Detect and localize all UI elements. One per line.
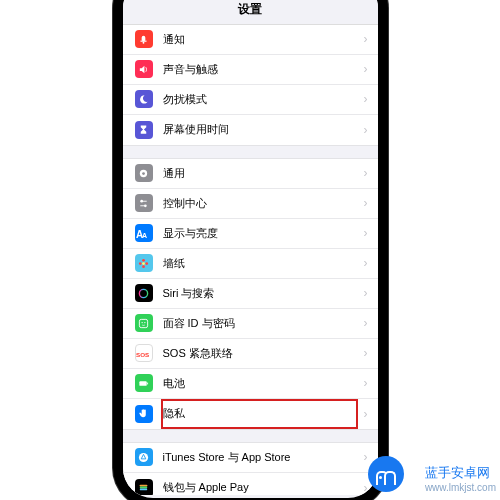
svg-point-26 [144,321,145,322]
row-label: 勿扰模式 [163,92,358,107]
highlight-box [161,399,358,429]
settings-row[interactable]: 隐私› [123,399,378,429]
settings-row[interactable]: 勿扰模式› [123,85,378,115]
svg-point-25 [141,321,142,322]
svg-point-14 [144,204,147,207]
faceid-icon [135,314,153,332]
svg-point-18 [142,262,145,265]
chevron-right-icon: › [364,256,368,270]
settings-row[interactable]: 通用› [123,159,378,189]
chevron-right-icon: › [364,92,368,106]
chevron-right-icon: › [364,226,368,240]
row-label: 通知 [163,32,358,47]
svg-rect-33 [140,488,147,490]
svg-point-12 [140,199,143,202]
settings-row[interactable]: 声音与触感› [123,55,378,85]
sound-icon [135,60,153,78]
flower-icon [135,254,153,272]
wallet-icon [135,479,153,495]
watermark: 蓝手安卓网 www.lmkjst.com [425,465,496,494]
moon-icon [135,90,153,108]
watermark-title: 蓝手安卓网 [425,465,490,480]
siri-icon [135,284,153,302]
svg-rect-32 [140,487,147,489]
row-label: 钱包与 Apple Pay [163,480,358,495]
row-label: 通用 [163,166,358,181]
bell-icon [135,30,153,48]
chevron-right-icon: › [364,32,368,46]
row-label: 显示与亮度 [163,226,358,241]
svg-text:A: A [142,232,147,239]
chevron-right-icon: › [364,376,368,390]
settings-row[interactable]: 电池› [123,369,378,399]
svg-point-11 [142,172,145,175]
svg-rect-28 [139,381,146,386]
row-label: 电池 [163,376,358,391]
svg-point-23 [139,289,147,297]
settings-row[interactable]: 控制中心› [123,189,378,219]
row-label: 声音与触感 [163,62,358,77]
svg-rect-29 [147,382,148,384]
row-label: SOS 紧急联络 [163,346,358,361]
hourglass-icon [135,121,153,139]
chevron-right-icon: › [364,407,368,421]
settings-row[interactable]: Siri 与搜索› [123,279,378,309]
row-label: 控制中心 [163,196,358,211]
settings-row[interactable]: AA显示与亮度› [123,219,378,249]
settings-row[interactable]: 面容 ID 与密码› [123,309,378,339]
settings-row[interactable]: 墙纸› [123,249,378,279]
battery-icon [135,374,153,392]
gear-icon [135,164,153,182]
svg-point-22 [139,262,142,265]
svg-rect-24 [139,319,147,327]
svg-rect-8 [140,40,146,41]
chevron-right-icon: › [364,286,368,300]
chevron-right-icon: › [364,196,368,210]
chevron-right-icon: › [364,62,368,76]
settings-row[interactable]: 通知› [123,25,378,55]
row-label: 墙纸 [163,256,358,271]
svg-point-21 [142,265,145,268]
svg-point-20 [145,262,148,265]
aa-icon: AA [135,224,153,242]
page-title: 设置 [123,0,378,25]
settings-section: 通知›声音与触感›勿扰模式›屏幕使用时间› [123,25,378,146]
chevron-right-icon: › [364,346,368,360]
appstore-icon [135,448,153,466]
svg-rect-31 [140,485,147,487]
chevron-right-icon: › [364,481,368,495]
phone-frame: 9:00 4G 设置 通知›声音与触感›勿扰模式›屏幕使用时间›通用›控制中心›… [113,0,388,500]
settings-row[interactable]: 屏幕使用时间› [123,115,378,145]
chevron-right-icon: › [364,166,368,180]
row-label: Siri 与搜索 [163,286,358,301]
settings-row[interactable]: 钱包与 Apple Pay› [123,473,378,495]
row-label: iTunes Store 与 App Store [163,450,358,465]
svg-rect-15 [140,205,144,206]
hand-icon [135,405,153,423]
chevron-right-icon: › [364,450,368,464]
watermark-url: www.lmkjst.com [425,482,496,495]
settings-row[interactable]: SOSSOS 紧急联络› [123,339,378,369]
settings-section: 通用›控制中心›AA显示与亮度›墙纸›Siri 与搜索›面容 ID 与密码›SO… [123,158,378,430]
svg-point-9 [143,41,145,43]
settings-section: iTunes Store 与 App Store›钱包与 Apple Pay› [123,442,378,495]
chevron-right-icon: › [364,316,368,330]
watermark-logo [368,456,404,492]
settings-list[interactable]: 通知›声音与触感›勿扰模式›屏幕使用时间›通用›控制中心›AA显示与亮度›墙纸›… [123,25,378,495]
svg-point-19 [142,258,145,261]
phone-screen: 9:00 4G 设置 通知›声音与触感›勿扰模式›屏幕使用时间›通用›控制中心›… [123,0,378,498]
row-label: 面容 ID 与密码 [163,316,358,331]
row-label: 屏幕使用时间 [163,122,358,137]
chevron-right-icon: › [364,123,368,137]
sos-icon: SOS [135,344,153,362]
settings-row[interactable]: iTunes Store 与 App Store› [123,443,378,473]
switches-icon [135,194,153,212]
svg-text:SOS: SOS [136,350,149,357]
svg-rect-13 [143,200,147,201]
